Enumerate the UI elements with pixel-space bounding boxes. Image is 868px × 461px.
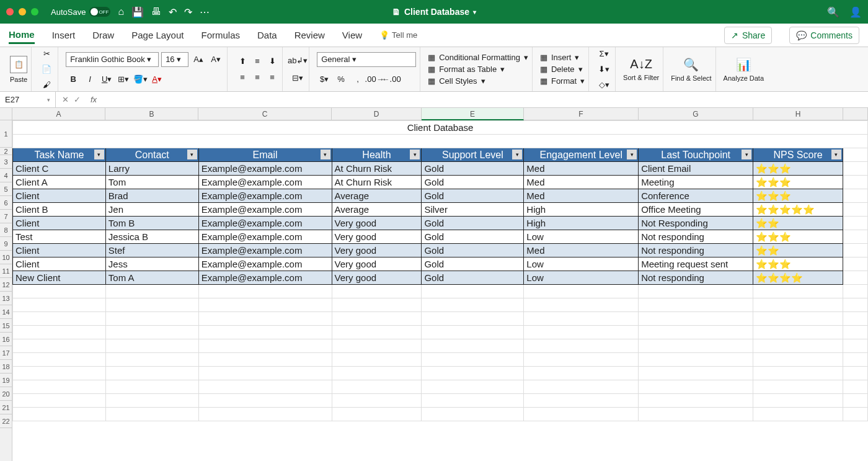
table-cell[interactable]: Not responding	[639, 230, 753, 244]
empty-cell[interactable]	[13, 353, 106, 367]
row-header[interactable]: 13	[0, 292, 12, 305]
align-right-icon[interactable]: ≡	[265, 70, 280, 85]
row-header[interactable]: 8	[0, 223, 12, 237]
empty-cell[interactable]	[524, 408, 639, 421]
empty-cell[interactable]	[753, 339, 843, 353]
tab-data[interactable]: Data	[257, 27, 277, 43]
align-center-icon[interactable]: ≡	[250, 70, 265, 85]
table-cell[interactable]: Very good	[332, 230, 422, 244]
nps-cell[interactable]: ⭐⭐⭐	[753, 162, 843, 176]
save-icon[interactable]: 💾	[131, 6, 144, 18]
table-cell[interactable]: Example@example.com	[198, 162, 332, 176]
merge-icon[interactable]: ⊟▾	[290, 71, 305, 86]
table-cell[interactable]: Client	[13, 189, 106, 203]
table-cell[interactable]: Brad	[105, 189, 198, 203]
document-title[interactable]: 🗎 Client Database ▾	[392, 7, 476, 17]
table-cell[interactable]: Gold	[422, 271, 524, 285]
row-header[interactable]: 17	[0, 346, 12, 360]
empty-cell[interactable]	[753, 285, 843, 298]
empty-cell[interactable]	[332, 298, 422, 312]
empty-cell[interactable]	[105, 339, 198, 353]
empty-cell[interactable]	[422, 326, 524, 339]
empty-cell[interactable]	[13, 394, 106, 408]
empty-cell[interactable]	[198, 380, 332, 394]
empty-cell[interactable]	[198, 326, 332, 339]
table-cell[interactable]: Client B	[13, 203, 106, 217]
table-header[interactable]: Support Level▾	[422, 148, 524, 162]
table-header[interactable]: Health▾	[332, 148, 422, 162]
autosave-toggle[interactable]: AutoSave OFF	[51, 7, 110, 17]
table-cell[interactable]: Example@example.com	[198, 230, 332, 244]
table-cell[interactable]: Average	[332, 203, 422, 217]
table-cell[interactable]: Gold	[422, 257, 524, 271]
bold-button[interactable]: B	[66, 72, 81, 87]
table-cell[interactable]: Client	[13, 257, 106, 271]
undo-icon[interactable]: ↶	[169, 6, 177, 18]
nps-cell[interactable]: ⭐⭐⭐	[753, 230, 843, 244]
empty-cell[interactable]	[524, 394, 639, 408]
tell-me[interactable]: 💡Tell me	[379, 30, 417, 40]
column-header[interactable]: C	[198, 108, 332, 120]
empty-cell[interactable]	[422, 380, 524, 394]
empty-cell[interactable]	[639, 380, 753, 394]
empty-cell[interactable]	[524, 380, 639, 394]
table-cell[interactable]: Meeting request sent	[639, 257, 753, 271]
empty-cell[interactable]	[13, 326, 106, 339]
empty-cell[interactable]	[524, 298, 639, 312]
cell-styles-button[interactable]: ▦ Cell Styles ▾	[428, 76, 528, 86]
row-header[interactable]: 10	[0, 251, 12, 264]
table-cell[interactable]: High	[524, 217, 639, 230]
table-cell[interactable]: Client A	[13, 176, 106, 189]
row-header[interactable]: 18	[0, 360, 12, 374]
table-cell[interactable]: Med	[524, 189, 639, 203]
empty-cell[interactable]	[422, 339, 524, 353]
table-cell[interactable]: New Client	[13, 271, 106, 285]
empty-cell[interactable]	[753, 408, 843, 421]
empty-cell[interactable]	[753, 394, 843, 408]
wrap-text-icon[interactable]: ab↲▾	[290, 53, 305, 68]
insert-cells-button[interactable]: ▦ Insert ▾	[540, 53, 585, 62]
empty-cell[interactable]	[13, 408, 106, 421]
table-cell[interactable]: Average	[332, 189, 422, 203]
decrease-decimal-icon[interactable]: ←.00	[384, 72, 399, 87]
increase-font-icon[interactable]: A▴	[191, 52, 206, 67]
search-icon[interactable]: 🔍	[827, 6, 839, 18]
empty-cell[interactable]	[753, 353, 843, 367]
table-cell[interactable]: Example@example.com	[198, 176, 332, 189]
column-header[interactable]: H	[753, 108, 843, 120]
row-header[interactable]: 2	[0, 148, 12, 155]
row-header[interactable]: 6	[0, 196, 12, 210]
table-header[interactable]: Contact▾	[105, 148, 198, 162]
comma-button[interactable]: ,	[350, 72, 365, 87]
font-name-select[interactable]: Franklin Gothic Book ▾	[66, 52, 159, 67]
empty-cell[interactable]	[639, 408, 753, 421]
table-header[interactable]: Task Name▾	[13, 148, 106, 162]
empty-cell[interactable]	[332, 312, 422, 326]
empty-cell[interactable]	[639, 326, 753, 339]
empty-cell[interactable]	[639, 339, 753, 353]
name-box[interactable]: E27▾	[0, 92, 56, 107]
empty-cell[interactable]	[843, 326, 867, 339]
redo-icon[interactable]: ↷	[184, 6, 192, 18]
minimize-window[interactable]	[19, 8, 26, 16]
empty-cell[interactable]	[198, 312, 332, 326]
italic-button[interactable]: I	[82, 72, 97, 87]
table-cell[interactable]: Very good	[332, 244, 422, 257]
table-cell[interactable]: Jessica B	[105, 230, 198, 244]
underline-button[interactable]: U▾	[99, 72, 114, 87]
filter-button[interactable]: ▾	[321, 150, 330, 159]
print-icon[interactable]: 🖶	[151, 6, 161, 18]
empty-cell[interactable]	[332, 367, 422, 380]
empty-cell[interactable]	[198, 298, 332, 312]
row-header[interactable]: 22	[0, 414, 12, 428]
table-header[interactable]: Engagement Level▾	[524, 148, 639, 162]
number-format-select[interactable]: General ▾	[317, 52, 416, 67]
nps-cell[interactable]: ⭐⭐	[753, 244, 843, 257]
empty-cell[interactable]	[639, 394, 753, 408]
empty-cell[interactable]	[105, 394, 198, 408]
empty-cell[interactable]	[198, 353, 332, 367]
empty-cell[interactable]	[639, 312, 753, 326]
empty-cell[interactable]	[198, 285, 332, 298]
empty-cell[interactable]	[105, 367, 198, 380]
table-cell[interactable]: Gold	[422, 244, 524, 257]
